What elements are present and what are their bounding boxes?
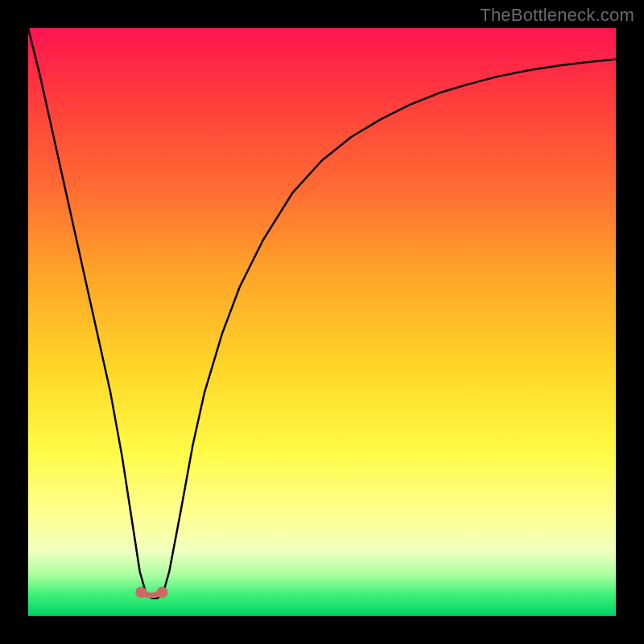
- attribution-label: TheBottleneck.com: [480, 5, 634, 26]
- plot-area: [28, 28, 616, 616]
- valley-left-marker: [135, 587, 147, 598]
- valley-right-marker: [156, 587, 167, 598]
- curve-layer: [28, 28, 616, 616]
- chart-frame: TheBottleneck.com: [0, 0, 644, 644]
- bottleneck-curve: [28, 28, 616, 598]
